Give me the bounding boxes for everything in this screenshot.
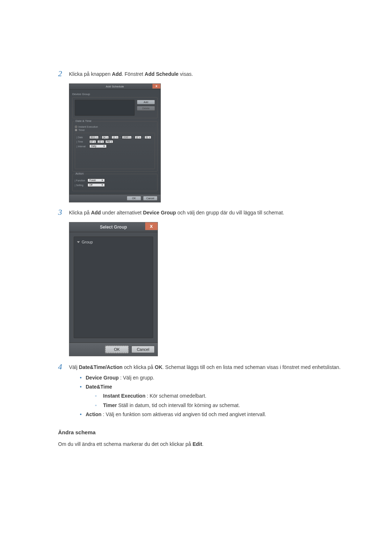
list-item: Instant Execution : Kör schemat omedelba… [95,391,340,401]
bold: Device Group [143,210,176,216]
row-label: | Date [77,136,88,139]
bold: Add [112,71,122,77]
dialog-title: Select Group [100,225,127,230]
action-fieldset: Action | Function Power▾ | Setting Off▾ [72,174,158,191]
slash: / [143,136,143,139]
date-year-to[interactable]: 2099 [122,136,131,139]
tree-root-item[interactable]: Group [77,240,150,244]
dialog-titlebar: Add Schedule x [69,84,160,90]
text: : Välj en grupp. [119,375,154,381]
slash: / [133,136,134,139]
date-day-to[interactable]: 31 [144,136,151,139]
bold: Add [91,210,101,216]
close-button[interactable]: x [152,84,160,89]
bold: Instant Execution [103,393,146,399]
step4-list: Device Group : Välj en grupp. Date&Time … [80,373,340,419]
chevron-down-icon: ▾ [102,179,103,182]
row-label: | Interval [77,145,88,148]
text: Om du vill ändra ett schema markerar du … [58,441,192,447]
step-text: Klicka på Add under alternativet Device … [69,208,284,217]
step-3: 3 Klicka på Add under alternativet Devic… [58,208,359,217]
add-group-button[interactable]: Add [137,100,155,104]
text: under alternativet [101,210,143,216]
setting-row: | Setting Off▾ [75,183,155,187]
setting-select[interactable]: Off▾ [87,183,105,187]
subheading: Ändra schema [58,429,359,435]
cancel-button[interactable]: Cancel [143,196,158,201]
time-hour[interactable]: 07 [89,140,96,143]
cancel-button[interactable]: Cancel [131,346,155,353]
bold: Timer [103,402,117,408]
step-text: Klicka på knappen Add. Fönstret Add Sche… [69,69,193,78]
bold: OK [155,364,162,370]
list-item: Action : Välj en funktion som aktiveras … [80,410,340,419]
date-year-from[interactable]: 2011 [89,136,99,139]
step-4: 4 Välj Date&Time/Action och klicka på OK… [58,362,359,421]
date-month-from[interactable]: 04 [102,136,109,139]
radio-icon [75,129,77,131]
slash: / [110,136,111,139]
text: Välj [69,364,79,370]
text: Klicka på [69,210,91,216]
date-day-from[interactable]: 11 [111,136,118,139]
tilde: ~ [120,136,121,139]
interval-row: | Interval Daily▾ [77,144,153,148]
radio-timer[interactable]: Timer [75,129,155,131]
step-number: 4 [58,362,69,372]
tree-label: Group [82,240,93,244]
paragraph: Om du vill ändra ett schema markerar du … [58,440,359,448]
group-tree[interactable]: Group [74,237,153,338]
dialog-titlebar: Select Group x [69,222,158,232]
date-time-fieldset: Date & Time Instant Execution Timer | Da… [72,121,158,172]
radio-label: Timer [78,129,85,131]
function-select[interactable]: Power▾ [87,178,105,182]
time-minute[interactable]: 22 [97,140,104,143]
device-group-label: Device Group [72,93,158,96]
step-text: Välj Date&Time/Action och klicka på OK. … [69,362,340,421]
date-row: | Date 2011 / 04 / 11 ~ 2099 / 12 / 31 [77,136,153,139]
sub-list: Instant Execution : Kör schemat omedelba… [95,391,340,410]
row-label: | Setting [75,184,86,186]
list-item: Timer Ställ in datum, tid och intervall … [95,401,340,410]
dialog-footer: OK Cancel [69,342,158,356]
date-time-label: Date & Time [75,119,92,123]
action-label: Action [75,172,84,175]
delete-group-button[interactable]: Delete [137,106,155,111]
timer-subfieldset: | Date 2011 / 04 / 11 ~ 2099 / 12 / 31 [75,133,155,169]
device-group-box: Add Delete [72,97,158,118]
add-schedule-dialog: Add Schedule x Device Group Add Delete D… [69,83,161,202]
radio-icon [75,126,77,128]
list-item: Device Group : Välj en grupp. [80,373,340,382]
text: : Kör schemat omedelbart. [146,393,207,399]
row-label: | Time [77,140,88,143]
row-label: | Function [75,179,86,182]
text: : Välj en funktion som aktiveras vid ang… [102,411,266,417]
step-2: 2 Klicka på knappen Add. Fönstret Add Sc… [58,69,359,78]
text: och klicka på [123,364,155,370]
ok-button[interactable]: OK [105,346,128,353]
bold: Date&Time/Action [79,364,122,370]
date-month-to[interactable]: 12 [135,136,142,139]
device-group-list[interactable] [75,100,135,116]
bold: Add Schedule [145,71,179,77]
list-item: Date&Time Instant Execution : Kör schema… [80,382,340,410]
radio-label: Instant Execution [78,126,98,128]
text: Ställ in datum, tid och intervall för kö… [117,402,240,408]
step-number: 2 [58,69,69,78]
time-ampm[interactable]: PM [105,140,113,143]
slash: / [100,136,101,139]
text: . Schemat läggs till och en lista med sc… [162,364,340,370]
bold: Date&Time [86,384,112,390]
text: och välj den grupp där du vill lägga til… [176,210,284,216]
dialog-footer: OK Cancel [69,194,160,202]
ok-button[interactable]: OK [127,196,141,201]
bold: Action [86,411,102,417]
interval-select[interactable]: Daily▾ [89,144,107,148]
dialog-title: Add Schedule [106,85,124,88]
text: . Fönstret [122,71,145,77]
bold: Device Group [86,375,119,381]
close-button[interactable]: x [145,222,158,230]
time-row: | Time 07 22 PM [77,140,153,143]
radio-instant[interactable]: Instant Execution [75,126,155,128]
triangle-down-icon [77,241,80,243]
